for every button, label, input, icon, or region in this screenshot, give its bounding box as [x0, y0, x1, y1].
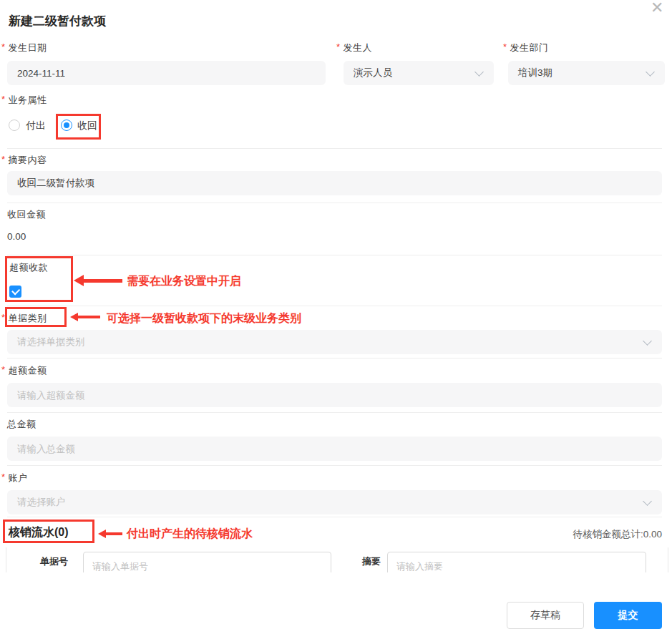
radio-recover[interactable]: [61, 120, 72, 131]
divider: [7, 148, 662, 149]
excess-receipt-label-text: 超额收款: [9, 261, 48, 274]
arrow-tail: [84, 279, 122, 283]
required-mark: *: [1, 472, 6, 484]
account-select[interactable]: 请选择账户: [7, 490, 662, 514]
summary-input[interactable]: [7, 171, 662, 195]
occur-dept-label: * 发生部门: [503, 42, 549, 54]
account-label-text: 账户: [9, 472, 28, 484]
doc-category-placeholder: 请选择单据类别: [17, 336, 85, 348]
required-mark: *: [1, 94, 6, 107]
doc-no-label: 单据号: [40, 555, 68, 568]
account-placeholder: 请选择账户: [17, 496, 66, 509]
radio-pay-out[interactable]: [9, 120, 20, 131]
divider: [7, 358, 662, 359]
doc-category-label-text: 单据类别: [9, 312, 47, 325]
submit-button[interactable]: 提交: [594, 602, 662, 629]
annotation-text-excess: 需要在业务设置中开启: [127, 274, 241, 289]
excess-receipt-label: 超额收款: [9, 261, 48, 274]
total-amount-label: 总金额: [7, 418, 36, 431]
doc-no-input[interactable]: [83, 552, 331, 572]
biz-attr-label: * 业务属性: [1, 94, 47, 107]
writeoff-total-summary: 待核销金额总计:0.00: [573, 528, 662, 541]
occur-date-label-text: 发生日期: [9, 42, 47, 54]
recover-amount-label: 收回金额: [7, 208, 46, 221]
arrow-tail: [106, 532, 122, 535]
occur-date-label: * 发生日期: [1, 42, 47, 54]
doc-category-select[interactable]: 请选择单据类别: [7, 330, 662, 354]
wf-summary-label: 摘要: [362, 555, 381, 568]
excess-amount-label-text: 超额金额: [9, 364, 47, 377]
summary-label-text: 摘要内容: [9, 154, 47, 167]
divider: [7, 203, 662, 203]
arrow-head-icon: [70, 313, 78, 321]
occur-person-select[interactable]: 演示人员: [344, 61, 494, 85]
occur-person-value: 演示人员: [354, 67, 392, 79]
recover-amount-label-text: 收回金额: [7, 208, 46, 221]
annotation-text-writeoff: 付出时产生的待核销流水: [127, 527, 253, 542]
chevron-down-icon: [474, 67, 484, 77]
divider: [7, 465, 662, 466]
arrow-tail: [78, 316, 100, 318]
doc-category-label: * 单据类别: [1, 312, 47, 325]
total-amount-input[interactable]: [7, 437, 662, 461]
writeoff-filter-row: 单据号 摘要: [6, 547, 668, 572]
annotation-text-category: 可选择一级暂收款项下的末级业务类别: [107, 311, 301, 326]
biz-attr-label-text: 业务属性: [9, 94, 47, 107]
occur-dept-select[interactable]: 培训3期: [508, 61, 665, 85]
chevron-down-icon: [643, 336, 652, 346]
occur-date-input[interactable]: [7, 61, 326, 85]
required-mark: *: [1, 42, 6, 54]
divider: [7, 517, 662, 517]
occur-dept-value: 培训3期: [518, 67, 552, 79]
required-mark: *: [1, 312, 6, 325]
occur-person-label-text: 发生人: [344, 42, 373, 54]
excess-amount-label: * 超额金额: [1, 364, 47, 377]
total-amount-label-text: 总金额: [7, 418, 36, 431]
divider: [7, 412, 662, 413]
dialog-title: 新建二级暂付款项: [9, 13, 106, 29]
wf-summary-input[interactable]: [387, 552, 646, 572]
annotation-arrow-category: [70, 313, 100, 321]
excess-amount-input[interactable]: [7, 383, 662, 407]
occur-dept-label-text: 发生部门: [510, 42, 549, 54]
required-mark: *: [1, 364, 6, 377]
summary-label: * 摘要内容: [1, 154, 47, 167]
divider: [7, 306, 662, 306]
excess-receipt-checkbox[interactable]: [9, 286, 21, 298]
close-icon[interactable]: ✕: [651, 0, 663, 17]
required-mark: *: [1, 154, 6, 167]
chevron-down-icon: [643, 497, 652, 506]
radio-recover-label[interactable]: 收回: [77, 120, 97, 132]
required-mark: *: [336, 42, 341, 54]
account-label: * 账户: [1, 472, 28, 484]
required-mark: *: [503, 42, 507, 54]
recover-amount-value: 0.00: [7, 231, 26, 242]
radio-pay-out-label[interactable]: 付出: [26, 120, 46, 132]
arrow-head-icon: [74, 275, 84, 286]
arrow-head-icon: [98, 530, 106, 538]
annotation-arrow-writeoff: [98, 530, 122, 538]
occur-person-label: * 发生人: [336, 42, 372, 54]
chevron-down-icon: [646, 67, 655, 77]
save-draft-button[interactable]: 存草稿: [507, 602, 584, 629]
divider: [7, 255, 662, 255]
annotation-arrow-excess: [74, 275, 122, 286]
writeoff-section-title: 核销流水(0): [9, 525, 69, 540]
